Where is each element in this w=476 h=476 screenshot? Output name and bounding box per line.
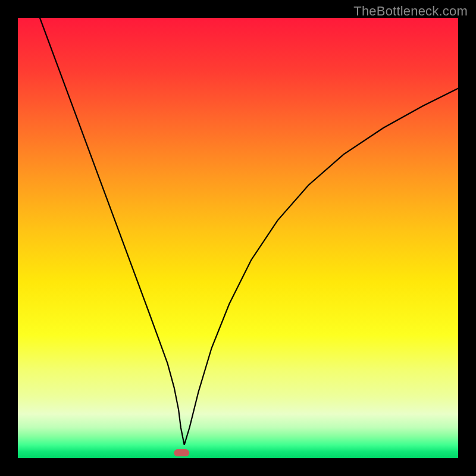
- watermark-text: TheBottleneck.com: [353, 4, 468, 19]
- bottleneck-curve: [40, 18, 458, 445]
- svg-rect-0: [174, 449, 189, 456]
- optimal-point-marker: [174, 449, 189, 456]
- chart-frame: TheBottleneck.com: [0, 0, 476, 476]
- plot-area: [18, 18, 458, 458]
- chart-svg: [18, 18, 458, 458]
